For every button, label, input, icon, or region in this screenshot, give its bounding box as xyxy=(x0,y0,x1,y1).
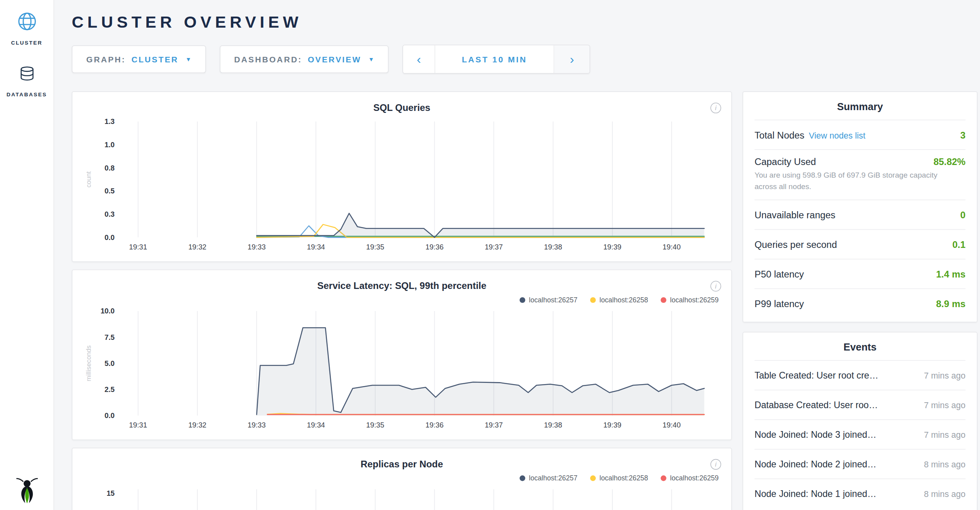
graph-dropdown-value: CLUSTER xyxy=(131,54,178,64)
svg-text:19:33: 19:33 xyxy=(248,421,266,429)
time-range-prev-button[interactable]: ‹ xyxy=(403,45,435,73)
dashboard-controls: GRAPH: CLUSTER ▾ DASHBOARD: OVERVIEW ▾ ‹… xyxy=(72,45,980,73)
summary-card: Summary Total NodesView nodes list 3 Cap… xyxy=(743,91,978,322)
event-label: Database Created: User roo… xyxy=(755,400,878,410)
event-time: 8 mins ago xyxy=(924,489,965,499)
time-range-button[interactable]: LAST 10 MIN xyxy=(435,45,554,73)
svg-text:15: 15 xyxy=(107,489,115,497)
svg-text:19:36: 19:36 xyxy=(425,243,443,251)
dashboard-dropdown[interactable]: DASHBOARD: OVERVIEW ▾ xyxy=(220,45,389,73)
svg-text:19:36: 19:36 xyxy=(425,421,443,429)
event-row: Table Created: User root cre… 7 mins ago xyxy=(755,360,965,390)
legend-item[interactable]: localhost:26259 xyxy=(661,474,719,482)
info-icon[interactable]: i xyxy=(710,281,721,291)
side-column: Summary Total NodesView nodes list 3 Cap… xyxy=(743,91,978,510)
cockroachdb-logo[interactable] xyxy=(0,476,54,505)
svg-text:10.0: 10.0 xyxy=(101,307,115,315)
events-card: Events Table Created: User root cre… 7 m… xyxy=(743,332,978,510)
graph-dropdown[interactable]: GRAPH: CLUSTER ▾ xyxy=(72,45,206,73)
sidebar-item-databases-label: DATABASES xyxy=(7,91,47,98)
svg-text:19:34: 19:34 xyxy=(307,421,325,429)
svg-text:0.5: 0.5 xyxy=(105,187,115,195)
svg-text:19:33: 19:33 xyxy=(248,243,266,251)
globe-icon xyxy=(16,11,38,35)
svg-text:19:39: 19:39 xyxy=(603,243,621,251)
p50-latency-value: 1.4 ms xyxy=(936,268,965,279)
chevron-down-icon: ▾ xyxy=(187,55,191,64)
legend-item[interactable]: localhost:26257 xyxy=(520,474,578,482)
event-time: 8 mins ago xyxy=(924,459,965,469)
svg-text:19:34: 19:34 xyxy=(307,243,325,251)
unavailable-ranges-label: Unavailable ranges xyxy=(755,209,835,220)
events-title: Events xyxy=(755,332,965,360)
chart-title: Service Latency: SQL, 99th percentile xyxy=(83,280,721,291)
dashboard-dropdown-label: DASHBOARD: xyxy=(234,54,302,64)
legend-item[interactable]: localhost:26258 xyxy=(590,296,648,304)
sidebar-item-cluster-label: CLUSTER xyxy=(11,39,43,46)
info-icon[interactable]: i xyxy=(710,459,721,470)
svg-text:19:37: 19:37 xyxy=(485,243,503,251)
svg-text:0.0: 0.0 xyxy=(105,411,115,420)
svg-text:19:35: 19:35 xyxy=(366,243,384,251)
replicas-per-node-chart-card: Replicas per Node i localhost:26257 loca… xyxy=(72,448,732,510)
chart-title: Replicas per Node xyxy=(83,458,721,469)
svg-text:19:32: 19:32 xyxy=(188,243,207,251)
unavailable-ranges-value: 0 xyxy=(960,209,965,220)
svg-text:1.0: 1.0 xyxy=(105,141,115,149)
legend-dot xyxy=(520,297,525,302)
svg-text:2.5: 2.5 xyxy=(105,385,115,394)
svg-text:19:35: 19:35 xyxy=(366,421,384,429)
chart-title: SQL Queries xyxy=(83,102,721,112)
svg-text:1.3: 1.3 xyxy=(105,117,115,126)
svg-text:count: count xyxy=(85,171,92,188)
sidebar-item-cluster[interactable]: CLUSTER xyxy=(0,0,54,54)
event-time: 7 mins ago xyxy=(924,430,965,439)
legend-dot xyxy=(661,475,666,481)
main-content: CLUSTER OVERVIEW GRAPH: CLUSTER ▾ DASHBO… xyxy=(54,0,980,510)
time-range-next-button[interactable]: › xyxy=(554,45,590,73)
summary-row-p99-latency: P99 latency 8.9 ms xyxy=(755,289,965,318)
p50-latency-label: P50 latency xyxy=(755,268,804,279)
svg-text:milliseconds: milliseconds xyxy=(85,345,92,381)
svg-text:0.0: 0.0 xyxy=(105,233,115,242)
queries-per-second-value: 0.1 xyxy=(952,239,965,249)
svg-text:19:31: 19:31 xyxy=(129,421,147,429)
view-nodes-list-link[interactable]: View nodes list xyxy=(809,131,865,140)
event-row: Node Joined: Node 1 joined… 8 mins ago xyxy=(755,478,965,508)
svg-text:19:37: 19:37 xyxy=(485,421,503,429)
legend-dot xyxy=(520,475,525,481)
event-row: Node Joined: Node 3 joined… 7 mins ago xyxy=(755,419,965,449)
sql-queries-chart-card: SQL Queries i 19:3119:3219:3319:3419:351… xyxy=(72,91,732,262)
svg-text:19:38: 19:38 xyxy=(544,421,562,429)
graph-dropdown-label: GRAPH: xyxy=(86,54,126,64)
legend-item[interactable]: localhost:26257 xyxy=(520,296,578,304)
legend-dot xyxy=(661,297,666,302)
summary-row-queries-per-second: Queries per second 0.1 xyxy=(755,229,965,259)
total-nodes-label: Total Nodes xyxy=(755,129,804,140)
summary-row-p50-latency: P50 latency 1.4 ms xyxy=(755,259,965,289)
cluster-overview-page: CLUSTER DATABASES CLUS xyxy=(0,0,980,510)
svg-text:19:40: 19:40 xyxy=(663,243,681,251)
summary-row-capacity-used: Capacity Used 85.82% You are using 598.9… xyxy=(755,149,965,200)
summary-row-total-nodes: Total NodesView nodes list 3 xyxy=(755,120,965,149)
page-title: CLUSTER OVERVIEW xyxy=(72,13,980,32)
svg-text:5.0: 5.0 xyxy=(105,359,115,368)
sql-queries-chart: 19:3119:3219:3319:3419:3519:3619:3719:38… xyxy=(83,116,721,254)
info-icon[interactable]: i xyxy=(710,103,721,113)
svg-text:0.8: 0.8 xyxy=(105,164,115,172)
svg-text:19:31: 19:31 xyxy=(129,243,147,251)
database-icon xyxy=(17,65,36,86)
capacity-used-label: Capacity Used xyxy=(755,156,816,167)
legend-item[interactable]: localhost:26259 xyxy=(661,296,719,304)
chevron-down-icon: ▾ xyxy=(370,55,374,64)
capacity-used-value: 85.82% xyxy=(933,156,965,167)
event-label: Node Joined: Node 2 joined… xyxy=(755,459,877,469)
legend-item[interactable]: localhost:26258 xyxy=(590,474,648,482)
queries-per-second-label: Queries per second xyxy=(755,239,837,249)
time-range-selector: ‹ LAST 10 MIN › xyxy=(402,45,590,73)
sidebar-item-databases[interactable]: DATABASES xyxy=(0,54,54,106)
svg-text:19:39: 19:39 xyxy=(603,421,621,429)
service-latency-chart: 19:3119:3219:3319:3419:3519:3619:3719:38… xyxy=(83,306,721,432)
svg-text:0.3: 0.3 xyxy=(105,210,115,218)
event-time: 7 mins ago xyxy=(924,400,965,410)
